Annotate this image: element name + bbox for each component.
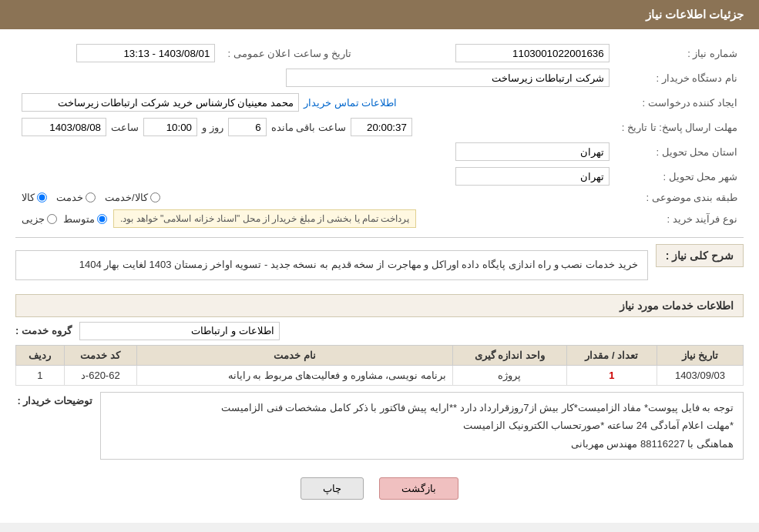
col-name: نام خدمت (136, 345, 452, 365)
info-table: شماره نیاز : تاریخ و ساعت اعلان عمومی : … (15, 41, 744, 231)
province-input[interactable] (455, 142, 610, 161)
deadline-time-input[interactable] (143, 118, 197, 136)
buyer-notes-line2: *مهلت اعلام آمادگی 24 ساعته *صورتحساب ال… (463, 420, 734, 431)
service-group-input[interactable] (79, 322, 280, 340)
page-title: جزئیات اطلاعات نیاز (646, 8, 744, 21)
buyer-notes-label: توضیحات خریدار : (15, 392, 92, 407)
announce-input[interactable] (76, 44, 215, 62)
print-button[interactable]: چاپ (301, 477, 364, 500)
col-code: کد خدمت (64, 345, 136, 365)
process-note: پرداخت تمام یا بخشی از مبلغ خریدار از مح… (113, 209, 416, 228)
buyer-org-label: نام دستگاه خریدار : (616, 65, 744, 90)
col-date: تاریخ نیاز (657, 345, 743, 365)
buyer-org-input[interactable] (286, 69, 610, 87)
need-desc-section-label: شرح کلی نیاز : (656, 244, 744, 267)
col-rownum: ردیف (16, 345, 65, 365)
deadline-label: مهلت ارسال پاسخ: تا تاریخ : (616, 115, 744, 139)
buyer-notes-box: توجه به فایل پیوست* مفاد الزامیست*کار بی… (100, 392, 744, 460)
cell-code: 620-62-د (64, 365, 136, 385)
cell-unit: پروژه (452, 365, 566, 385)
deadline-days-label: روز و (202, 122, 223, 133)
creator-contact-link[interactable]: اطلاعات تماس خریدار (304, 97, 397, 109)
city-label: شهر محل تحویل : (616, 164, 744, 189)
col-qty: تعداد / مقدار (566, 345, 657, 365)
cell-rownum: 1 (16, 365, 65, 385)
cell-qty: 1 (566, 365, 657, 385)
deadline-time-label: ساعت (111, 122, 139, 133)
process-jozii[interactable]: جزیی (22, 213, 57, 225)
buyer-notes-line1: توجه به فایل پیوست* مفاد الزامیست*کار بی… (221, 402, 734, 413)
process-label: نوع فرآیند خرید : (616, 206, 744, 231)
need-number-input[interactable] (455, 44, 610, 62)
cell-date: 1403/09/03 (657, 365, 743, 385)
services-table: تاریخ نیاز تعداد / مقدار واحد اندازه گیر… (15, 345, 744, 386)
deadline-remaining-input[interactable] (351, 118, 412, 136)
cell-name: برنامه نویسی، مشاوره و فعالیت‌های مربوط … (136, 365, 452, 385)
page-header: جزئیات اطلاعات نیاز (0, 0, 759, 29)
table-row: 1403/09/03 1 پروژه برنامه نویسی، مشاوره … (16, 365, 744, 385)
deadline-date-input[interactable] (22, 118, 106, 136)
service-group-label: گروه خدمت : (15, 325, 72, 336)
category-khidmat[interactable]: خدمت (56, 192, 96, 203)
need-desc-box: خرید خدمات نصب و راه اندازی پایگاه داده … (15, 250, 648, 280)
footer-buttons: بازگشت چاپ (15, 466, 744, 511)
creator-input[interactable] (22, 93, 299, 112)
buyer-notes-line3: هماهنگی با 88116227 مهندس مهربانی (571, 438, 734, 450)
back-button[interactable]: بازگشت (379, 477, 458, 500)
col-unit: واحد اندازه گیری (452, 345, 566, 365)
announce-label: تاریخ و ساعت اعلان عمومی : (221, 41, 358, 65)
deadline-days-input[interactable] (228, 118, 267, 136)
need-number-label: شماره نیاز : (616, 41, 744, 65)
province-label: استان محل تحویل : (616, 139, 744, 164)
divider-1 (15, 237, 744, 238)
creator-label: ایجاد کننده درخواست : (616, 90, 744, 115)
process-mutavasit[interactable]: متوسط (63, 213, 107, 225)
services-section-header: اطلاعات خدمات مورد نیاز (15, 294, 744, 317)
category-label: طبقه بندی موضوعی : (616, 189, 744, 206)
category-kala[interactable]: کالا (22, 192, 47, 203)
category-kala-khidmat[interactable]: کالا/خدمت (105, 192, 160, 203)
city-input[interactable] (455, 167, 610, 186)
deadline-remaining-label: ساعت باقی مانده (271, 122, 346, 133)
